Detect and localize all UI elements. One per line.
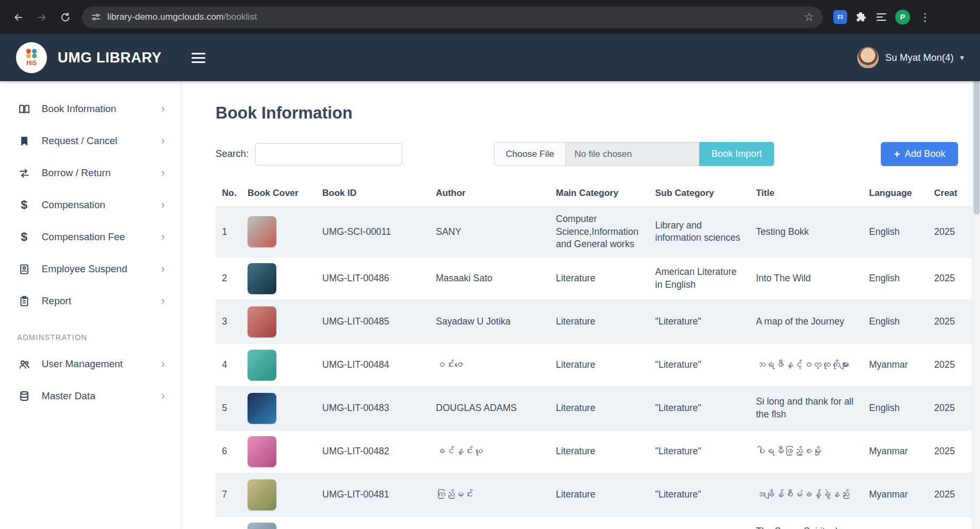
cell-main-category: Literature: [549, 430, 649, 473]
app-title: UMG LIBRARY: [58, 50, 162, 66]
sidebar-item-employee-suspend[interactable]: Employee Suspend›: [0, 253, 181, 285]
book-cover-image: [248, 216, 276, 247]
cell-book-id: UMG-LIT-00486: [316, 257, 429, 300]
sidebar-item-label: Borrow / Return: [42, 167, 157, 179]
column-header-language: Language: [863, 180, 928, 207]
sidebar-item-book-information[interactable]: Book Information›: [0, 93, 181, 125]
database-icon: [17, 390, 31, 402]
cell-book-id: UMG-SCI-00011: [316, 207, 429, 257]
cell-no: 7: [216, 473, 241, 516]
table-row: 7UMG-LIT-00481ကြည်မင်းLiterature"Literat…: [216, 473, 980, 516]
cell-main-category: Literature: [549, 343, 649, 386]
sidebar-item-label: User Management: [42, 358, 157, 370]
cell-no: 3: [216, 300, 241, 343]
cell-book-cover: [241, 516, 316, 529]
cell-author: DOUGLAS ADAMS: [429, 386, 549, 430]
cell-language: Myanmar: [863, 343, 928, 386]
cell-book-id: UMG-LIT-00483: [316, 386, 429, 430]
cell-book-id: UMG-LIT-00485: [316, 300, 429, 343]
site-settings-icon[interactable]: [91, 12, 101, 22]
cell-book-cover: [241, 207, 316, 257]
table-row: 8UMG-LIT-00480Deepak ChopraLiterature"Li…: [216, 516, 980, 529]
sidebar-item-report[interactable]: Report›: [0, 285, 181, 317]
cell-sub-category: "Literature": [649, 473, 750, 516]
sidebar-section-label: ADMINSTRATION: [0, 317, 181, 348]
cell-no: 4: [216, 343, 241, 386]
search-input[interactable]: [255, 143, 402, 165]
cell-language: Myanmar: [863, 430, 928, 473]
cell-book-cover: [241, 257, 316, 300]
chevron-right-icon: ›: [161, 390, 165, 402]
url-path: /booklist: [224, 12, 257, 22]
sidebar-item-compensation-fee[interactable]: $Compensation Fee›: [0, 221, 181, 253]
chevron-right-icon: ›: [161, 295, 165, 307]
sidebar-item-master-data[interactable]: Master Data›: [0, 380, 181, 412]
cell-language: English: [863, 516, 928, 529]
cell-sub-category: "Literature": [649, 430, 750, 473]
app-logo[interactable]: Hi5: [16, 42, 47, 73]
cell-book-id: UMG-LIT-00481: [316, 473, 429, 516]
users-icon: [17, 358, 31, 370]
table-header-row: No.Book CoverBook IDAuthorMain CategoryS…: [216, 180, 980, 207]
cell-language: English: [863, 300, 928, 343]
browser-chrome: library-demo.umgclouds.com/booklist ☆ FI…: [0, 0, 980, 34]
url-bar[interactable]: library-demo.umgclouds.com/booklist ☆: [82, 6, 823, 28]
column-header-author: Author: [429, 180, 549, 207]
cell-book-cover: [241, 343, 316, 386]
sidebar-item-label: Master Data: [42, 390, 157, 402]
main-content: Book Information Search: Choose File No …: [181, 81, 980, 529]
browser-profile-avatar[interactable]: P: [895, 10, 910, 25]
cell-no: 6: [216, 430, 241, 473]
browser-menu-lines-icon[interactable]: [875, 11, 888, 23]
logo-text: Hi5: [27, 59, 37, 67]
browser-kebab-menu-icon[interactable]: ⋮: [918, 11, 933, 23]
add-book-button[interactable]: + Add Book: [881, 142, 958, 166]
sidebar-item-user-management[interactable]: User Management›: [0, 348, 181, 380]
choose-file-button[interactable]: Choose File: [494, 142, 566, 166]
chevron-right-icon: ›: [161, 263, 165, 275]
chevron-right-icon: ›: [161, 135, 165, 147]
back-button[interactable]: [7, 6, 29, 28]
cell-book-cover: [241, 386, 316, 430]
forward-icon: [36, 12, 47, 23]
sidebar-toggle-hamburger-icon[interactable]: [188, 50, 209, 66]
cell-language: English: [863, 386, 928, 430]
sidebar-item-compensation[interactable]: $Compensation›: [0, 189, 181, 221]
sidebar-item-borrow-return[interactable]: Borrow / Return›: [0, 157, 181, 189]
cell-language: English: [863, 257, 928, 300]
book-import-button[interactable]: Book Import: [699, 142, 774, 166]
cell-language: English: [863, 207, 928, 257]
cell-author: ကြည်မင်း: [429, 473, 549, 516]
column-header-title: Title: [750, 180, 863, 207]
cell-book-id: UMG-LIT-00482: [316, 430, 429, 473]
cell-author: Masaaki Sato: [429, 257, 549, 300]
user-menu[interactable]: Su Myat Mon(4) ▾: [857, 47, 964, 68]
badge-icon: [17, 263, 31, 275]
bookmark-star-icon[interactable]: ☆: [804, 11, 814, 23]
column-header-book-id: Book ID: [316, 180, 429, 207]
extensions-puzzle-icon[interactable]: [855, 11, 867, 23]
cell-author: ခင်နှင်းယု: [429, 430, 549, 473]
cell-sub-category: American Literature in English: [649, 257, 750, 300]
cell-no: 1: [216, 207, 241, 257]
sidebar-item-label: Report: [42, 295, 157, 307]
sidebar-item-request-cancel[interactable]: Request / Cancel›: [0, 125, 181, 157]
cell-book-id: UMG-LIT-00480: [316, 516, 429, 529]
cell-main-category: Literature: [549, 516, 649, 529]
cell-sub-category: "Literature": [649, 386, 750, 430]
controls-row: Search: Choose File No file chosen Book …: [216, 142, 958, 166]
user-name: Su Myat Mon(4): [885, 52, 953, 64]
chevron-right-icon: ›: [161, 199, 165, 211]
cell-main-category: Computer Science,Information and General…: [549, 207, 649, 257]
url-text: library-demo.umgclouds.com/booklist: [107, 12, 798, 22]
forward-button[interactable]: [31, 6, 52, 28]
chevron-right-icon: ›: [161, 231, 165, 243]
page-scrollbar[interactable]: [972, 34, 980, 529]
pinned-extension-icon[interactable]: FI: [833, 10, 847, 24]
book-cover-image: [248, 523, 276, 529]
column-header-main-category: Main Category: [549, 180, 649, 207]
cell-main-category: Literature: [549, 257, 649, 300]
sidebar-item-label: Employee Suspend: [42, 263, 157, 275]
reload-button[interactable]: [54, 6, 76, 28]
cell-title: Si long and thank for all the flsh: [750, 386, 863, 430]
